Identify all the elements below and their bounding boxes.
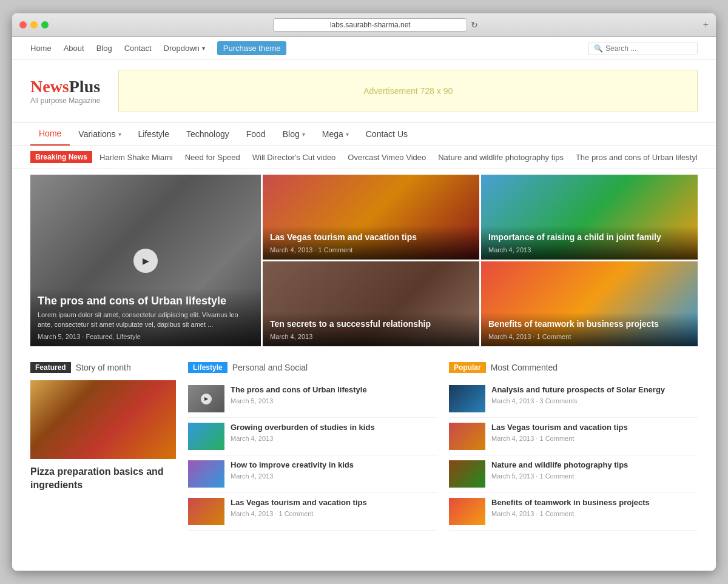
featured-vegas-article[interactable]: Las Vegas tourism and vacation tips Marc… — [263, 175, 479, 260]
popular-item-1[interactable]: Las Vegas tourism and vacation tips Marc… — [449, 418, 698, 455]
popular-thumb-3 — [449, 498, 485, 525]
featured-relationship-article[interactable]: Ten secrets to a successful relationship… — [263, 261, 479, 346]
main-nav-technology[interactable]: Technology — [178, 123, 238, 145]
featured-family-meta: March 4, 2013 — [488, 246, 690, 253]
browser-chrome: labs.saurabh-sharma.net ↻ + — [12, 13, 716, 37]
featured-vegas-title: Las Vegas tourism and vacation tips — [270, 232, 472, 243]
popular-thumb-0 — [449, 385, 485, 412]
ticker-item-5[interactable]: The pros and cons of Urban lifestyle — [576, 153, 698, 162]
play-button[interactable]: ▶ — [133, 249, 158, 273]
popular-badge: Popular — [449, 362, 486, 373]
lifestyle-meta-2: March 4, 2013 — [231, 472, 354, 480]
featured-family-title: Importance of raising a child in joint f… — [488, 232, 690, 243]
expand-button[interactable]: + — [703, 19, 709, 30]
featured-section: Featured Story of month Pizza preparatio… — [30, 362, 176, 531]
main-nav-mega[interactable]: Mega ▾ — [314, 123, 357, 145]
dot-close[interactable] — [19, 21, 27, 29]
breaking-ticker: Harlem Shake Miami Need for Speed Will D… — [99, 153, 698, 162]
purchase-theme-button[interactable]: Purchase theme — [217, 41, 287, 55]
search-bar[interactable]: 🔍 — [588, 42, 698, 55]
popular-item-2[interactable]: Nature and wildlife photography tips Mar… — [449, 455, 698, 493]
refresh-button[interactable]: ↻ — [471, 20, 478, 30]
popular-meta-0: March 4, 2013 · 3 Comments — [491, 397, 665, 404]
popular-item-0[interactable]: Analysis and future prospects of Solar E… — [449, 380, 698, 418]
popular-subtitle: Most Commented — [491, 363, 558, 372]
featured-teamwork-meta: March 4, 2013 · 1 Comment — [488, 333, 690, 340]
ticker-item-3[interactable]: Overcast Vimeo Video — [348, 153, 426, 162]
featured-family-article[interactable]: Importance of raising a child in joint f… — [481, 175, 698, 260]
site-header: NewsPlus All purpose Magazine Advertisem… — [12, 60, 716, 122]
lifestyle-item-0[interactable]: ▶ The pros and cons of Urban lifestyle M… — [188, 380, 437, 418]
featured-teamwork-article[interactable]: Benefits of teamwork in business project… — [481, 261, 698, 346]
main-nav-contact[interactable]: Contact Us — [357, 123, 416, 145]
featured-main-desc: Lorem ipsum dolor sit amet, consectetur … — [38, 310, 254, 329]
dot-maximize[interactable] — [41, 21, 49, 29]
main-nav-variations[interactable]: Variations ▾ — [70, 123, 129, 145]
popular-thumb-2 — [449, 460, 485, 488]
page-content: Home About Blog Contact Dropdown ▾ Purch… — [12, 37, 716, 571]
lifestyle-meta-1: March 4, 2013 — [231, 435, 375, 442]
featured-teamwork-title: Benefits of teamwork in business project… — [488, 318, 690, 329]
lifestyle-title-3: Las Vegas tourism and vacation tips — [231, 498, 367, 508]
featured-main-meta: March 5, 2013 · Featured, Lifestyle — [38, 333, 254, 340]
main-nav-food[interactable]: Food — [238, 123, 274, 145]
featured-main-title: The pros and cons of Urban lifestyle — [38, 294, 254, 308]
lifestyle-meta-3: March 4, 2013 · 1 Comment — [231, 510, 367, 517]
main-nav-blog[interactable]: Blog ▾ — [274, 123, 314, 145]
main-nav: Home Variations ▾ Lifestyle Technology F… — [12, 122, 716, 146]
featured-relationship-overlay: Ten secrets to a successful relationship… — [263, 312, 479, 346]
browser-addressbar: labs.saurabh-sharma.net ↻ — [53, 18, 698, 32]
lifestyle-thumb-3 — [188, 498, 224, 525]
lifestyle-thumb-0: ▶ — [188, 385, 224, 412]
popular-title-1: Las Vegas tourism and vacation tips — [491, 423, 628, 433]
popular-text-2: Nature and wildlife photography tips Mar… — [491, 460, 628, 480]
top-nav-home[interactable]: Home — [30, 44, 52, 53]
popular-title-2: Nature and wildlife photography tips — [491, 460, 628, 471]
popular-section-header: Popular Most Commented — [449, 362, 698, 373]
logo-plus: Plus — [69, 77, 100, 96]
lifestyle-item-1[interactable]: Growing overburden of studies in kids Ma… — [188, 418, 437, 455]
ticker-item-0[interactable]: Harlem Shake Miami — [99, 153, 173, 162]
popular-text-1: Las Vegas tourism and vacation tips Marc… — [491, 423, 628, 442]
main-nav-lifestyle[interactable]: Lifestyle — [130, 123, 178, 145]
lifestyle-text-1: Growing overburden of studies in kids Ma… — [231, 423, 375, 442]
featured-subtitle: Story of month — [76, 363, 131, 372]
featured-vegas-meta: March 4, 2013 · 1 Comment — [270, 246, 472, 253]
featured-main-article[interactable]: ▶ The pros and cons of Urban lifestyle L… — [30, 175, 261, 346]
lifestyle-thumb-1 — [188, 423, 224, 450]
popular-thumb-1 — [449, 423, 485, 450]
lifestyle-title-2: How to improve creativity in kids — [231, 460, 354, 471]
lifestyle-item-3[interactable]: Las Vegas tourism and vacation tips Marc… — [188, 493, 437, 531]
ticker-item-2[interactable]: Will Director's Cut video — [252, 153, 336, 162]
lifestyle-item-2[interactable]: How to improve creativity in kids March … — [188, 455, 437, 493]
breaking-news-bar: Breaking News Harlem Shake Miami Need fo… — [12, 146, 716, 169]
lifestyle-title-0: The pros and cons of Urban lifestyle — [231, 385, 367, 395]
top-nav-blog[interactable]: Blog — [96, 44, 112, 53]
advertisement-banner: Advertisement 728 x 90 — [118, 70, 698, 112]
featured-pizza-image[interactable] — [30, 380, 176, 459]
lifestyle-title-1: Growing overburden of studies in kids — [231, 423, 375, 433]
advertisement-text: Advertisement 728 x 90 — [363, 86, 453, 96]
lifestyle-text-0: The pros and cons of Urban lifestyle Mar… — [231, 385, 367, 404]
main-nav-home[interactable]: Home — [30, 123, 70, 146]
popular-meta-1: March 4, 2013 · 1 Comment — [491, 435, 628, 442]
popular-item-3[interactable]: Benefits of teamwork in business project… — [449, 493, 698, 531]
browser-dots — [19, 21, 49, 29]
popular-title-3: Benefits of teamwork in business project… — [491, 498, 650, 508]
ticker-item-1[interactable]: Need for Speed — [185, 153, 240, 162]
featured-story-title: Pizza preparation basics and ingredients — [30, 465, 176, 492]
dot-minimize[interactable] — [30, 21, 38, 29]
featured-relationship-meta: March 4, 2013 — [270, 333, 472, 340]
address-bar[interactable]: labs.saurabh-sharma.net — [273, 18, 467, 32]
lifestyle-badge: Lifestyle — [188, 362, 228, 373]
lifestyle-text-3: Las Vegas tourism and vacation tips Marc… — [231, 498, 367, 517]
top-nav-contact[interactable]: Contact — [124, 44, 152, 53]
list-play-icon: ▶ — [201, 394, 212, 404]
lifestyle-subtitle: Personal and Social — [232, 363, 308, 372]
top-nav-dropdown[interactable]: Dropdown ▾ — [164, 44, 205, 53]
logo-tagline: All purpose Magazine — [30, 96, 100, 105]
ticker-item-4[interactable]: Nature and wildlife photography tips — [438, 153, 564, 162]
featured-grid: ▶ The pros and cons of Urban lifestyle L… — [12, 169, 716, 352]
top-nav-about[interactable]: About — [64, 44, 84, 53]
search-input[interactable] — [605, 44, 692, 53]
